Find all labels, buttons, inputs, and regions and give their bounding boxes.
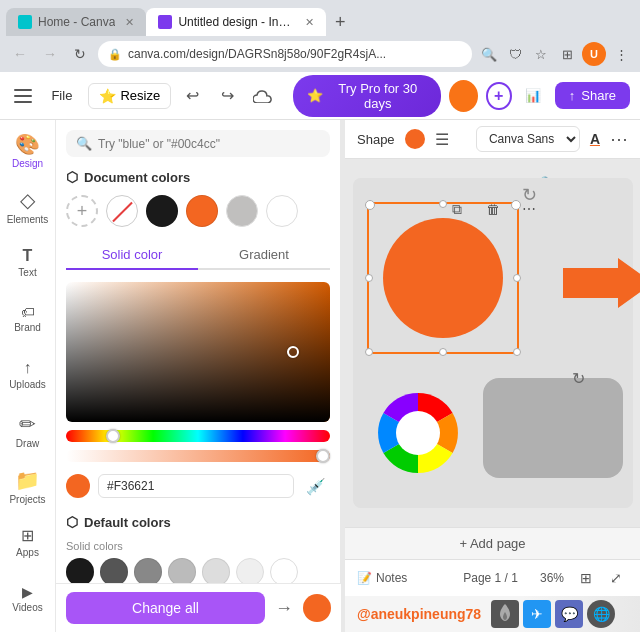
menu-icon[interactable]: ⋮ (610, 43, 632, 65)
sidebar-item-design[interactable]: 🎨 Design (4, 124, 52, 176)
element-wrapper[interactable]: ↻ (373, 208, 513, 348)
add-page-bar[interactable]: + Add page (345, 527, 640, 559)
tab-home[interactable]: Home - Canva ✕ (6, 8, 146, 36)
sidebar-item-projects[interactable]: 📁 Projects (4, 460, 52, 512)
color-wheel-element[interactable] (373, 388, 463, 478)
sidebar-item-uploads[interactable]: ↑ Uploads (4, 348, 52, 400)
picker-dot[interactable] (287, 346, 299, 358)
sidebar-item-text[interactable]: T Text (4, 236, 52, 288)
shape-label: Shape (357, 132, 395, 147)
tab-close-home[interactable]: ✕ (125, 16, 134, 29)
cloud-button[interactable] (250, 81, 277, 111)
zoom-control[interactable]: 36% (540, 571, 564, 585)
rotate-icon[interactable]: ↻ (572, 369, 585, 388)
elements-icon: ◇ (20, 188, 35, 212)
more-options-icon[interactable]: ⋯ (610, 128, 628, 150)
forward-button[interactable]: → (38, 42, 62, 66)
swatch-lightgray[interactable] (168, 558, 196, 586)
try-pro-button[interactable]: ⭐ Try Pro for 30 days (293, 75, 441, 117)
swatch-gray[interactable] (134, 558, 162, 586)
draw-label: Draw (16, 438, 39, 449)
corner-handle-bm[interactable] (439, 348, 447, 356)
opacity-slider[interactable] (66, 450, 330, 462)
solid-color-tab[interactable]: Solid color (66, 241, 198, 270)
eyedropper-button[interactable]: 💉 (302, 472, 330, 500)
transparent-swatch[interactable] (106, 195, 138, 227)
change-all-button[interactable]: Change all (66, 592, 265, 624)
text-color-icon[interactable]: A (590, 131, 600, 147)
swatch-darkgray[interactable] (100, 558, 128, 586)
default-colors-icon: ⬡ (66, 514, 78, 530)
banner-icon-globe[interactable]: 🌐 (587, 600, 615, 628)
opacity-thumb[interactable] (316, 449, 330, 463)
banner-icon-discord[interactable]: 💬 (555, 600, 583, 628)
redo-button[interactable]: ↪ (214, 81, 241, 111)
sidebar-item-brand[interactable]: 🏷 Brand (4, 292, 52, 344)
expand-view-icon[interactable]: ⤢ (604, 566, 628, 590)
star-icon[interactable]: ☆ (530, 43, 552, 65)
add-button[interactable]: + (486, 82, 512, 110)
resize-button[interactable]: ⭐ Resize (88, 83, 171, 109)
corner-handle-mr[interactable] (513, 274, 521, 282)
gray-rect-element[interactable] (483, 378, 623, 478)
share-button[interactable]: ↑ Share (555, 82, 630, 109)
arrow-element[interactable] (563, 258, 641, 311)
projects-icon: 📁 (15, 468, 40, 492)
sidebar-item-draw[interactable]: ✏ Draw (4, 404, 52, 456)
hex-input[interactable] (98, 474, 294, 498)
banner-icons: ✈ 💬 🌐 (491, 600, 615, 628)
notes-button[interactable]: 📝 Notes (357, 571, 407, 585)
swatch-white[interactable] (270, 558, 298, 586)
sidebar-item-videos[interactable]: ▶ Videos (4, 572, 52, 624)
gray-swatch[interactable] (226, 195, 258, 227)
banner-icon-telegram[interactable]: ✈ (523, 600, 551, 628)
search-icon[interactable]: 🔍 (478, 43, 500, 65)
file-menu[interactable]: File (43, 84, 80, 107)
chart-button[interactable]: 📊 (520, 81, 547, 111)
font-select[interactable]: Canva Sans (476, 126, 580, 152)
canvas-content[interactable]: 🔒 ⧉ ↗ ⧉ 🗑 ⋯ (345, 159, 640, 527)
sidebar-item-apps[interactable]: ⊞ Apps (4, 516, 52, 568)
corner-handle-ml[interactable] (365, 274, 373, 282)
grid-view-icon[interactable]: ⊞ (574, 566, 598, 590)
profile-icon[interactable]: U (582, 42, 606, 66)
search-input[interactable] (98, 137, 320, 151)
sidebar-item-elements[interactable]: ◇ Elements (4, 180, 52, 232)
gradient-tab[interactable]: Gradient (198, 241, 330, 268)
new-tab-button[interactable]: + (326, 8, 354, 36)
black-swatch[interactable] (146, 195, 178, 227)
tab-close-canva[interactable]: ✕ (305, 16, 314, 29)
shape-menu-icon[interactable]: ☰ (435, 130, 449, 149)
address-input[interactable]: 🔒 canva.com/design/DAGRSn8j58o/90F2gR4sj… (98, 41, 472, 67)
rotate-handle[interactable]: ↻ (522, 184, 537, 206)
orange-circle-element[interactable] (383, 218, 503, 338)
corner-handle-br[interactable] (513, 348, 521, 356)
shield-icon[interactable]: 🛡 (504, 43, 526, 65)
shape-color-swatch[interactable] (405, 129, 425, 149)
search-bar[interactable]: 🔍 (66, 130, 330, 157)
avatar-button[interactable] (449, 80, 478, 112)
menu-button[interactable] (10, 82, 35, 110)
color-gradient-picker[interactable] (66, 282, 330, 422)
corner-handle-bl[interactable] (365, 348, 373, 356)
add-color-swatch[interactable]: + (66, 195, 98, 227)
orange-swatch[interactable] (186, 195, 218, 227)
corner-handle-tm[interactable] (439, 200, 447, 208)
back-button[interactable]: ← (8, 42, 32, 66)
reload-button[interactable]: ↻ (68, 42, 92, 66)
hue-slider[interactable] (66, 430, 330, 442)
swatch-nearwhite[interactable] (236, 558, 264, 586)
extensions-icon[interactable]: ⊞ (556, 43, 578, 65)
swatch-lighter[interactable] (202, 558, 230, 586)
hue-thumb[interactable] (106, 429, 120, 443)
canvas-page: ⧉ 🗑 ⋯ (353, 178, 633, 508)
undo-button[interactable]: ↩ (179, 81, 206, 111)
page-info: Page 1 / 1 (463, 571, 518, 585)
banner-icon-fire[interactable] (491, 600, 519, 628)
tab-canva[interactable]: Untitled design - Instagram ... ✕ (146, 8, 326, 36)
tab-favicon-canva (158, 15, 172, 29)
apps-label: Apps (16, 547, 39, 558)
white-swatch[interactable] (266, 195, 298, 227)
swatch-black[interactable] (66, 558, 94, 586)
uploads-icon: ↑ (24, 359, 32, 377)
